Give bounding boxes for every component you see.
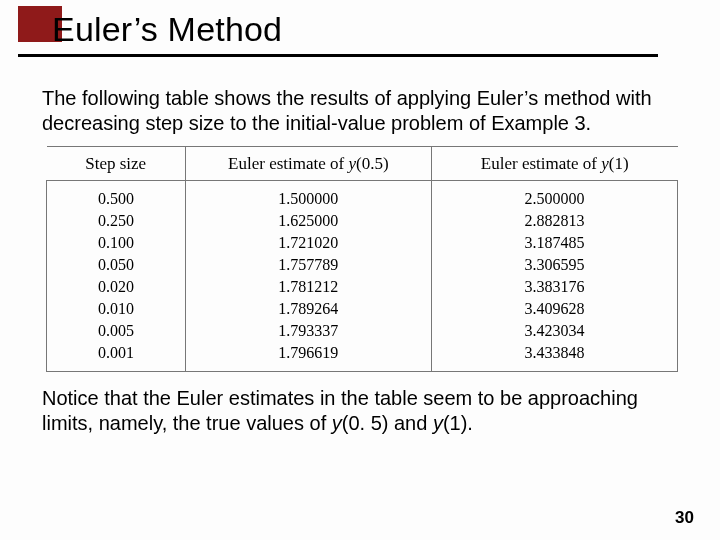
page-number: 30	[675, 508, 694, 528]
outro-text: (0. 5) and	[342, 412, 433, 434]
table-row: 0.1001.7210203.187485	[47, 232, 678, 254]
table-header-row: Step size Euler estimate of y(0.5) Euler…	[47, 147, 678, 181]
header-var: y	[348, 154, 356, 173]
table-cell: 3.383176	[431, 276, 677, 298]
header-prefix: Euler estimate of	[228, 154, 348, 173]
table-row: 0.0501.7577893.306595	[47, 254, 678, 276]
table-cell: 1.793337	[185, 320, 431, 342]
table-cell: 0.250	[47, 210, 186, 232]
table-cell: 1.781212	[185, 276, 431, 298]
table-cell: 2.500000	[431, 181, 677, 211]
table-cell: 0.001	[47, 342, 186, 372]
header-arg: (0.5)	[356, 154, 389, 173]
body: The following table shows the results of…	[0, 70, 720, 436]
table-cell: 1.721020	[185, 232, 431, 254]
header-var: y	[601, 154, 609, 173]
title-block: Euler’s Method	[0, 0, 720, 70]
header-step-size: Step size	[47, 147, 186, 181]
header-arg: (1)	[609, 154, 629, 173]
table-cell: 3.409628	[431, 298, 677, 320]
table-cell: 0.020	[47, 276, 186, 298]
header-estimate-1: Euler estimate of y(1)	[431, 147, 677, 181]
title-underline	[18, 54, 658, 57]
table-cell: 0.100	[47, 232, 186, 254]
table-row: 0.0051.7933373.423034	[47, 320, 678, 342]
results-table: Step size Euler estimate of y(0.5) Euler…	[46, 146, 678, 372]
table-cell: 3.423034	[431, 320, 677, 342]
page-title: Euler’s Method	[52, 10, 282, 49]
table-cell: 3.306595	[431, 254, 677, 276]
table-cell: 1.789264	[185, 298, 431, 320]
table-cell: 3.433848	[431, 342, 677, 372]
header-prefix: Euler estimate of	[481, 154, 601, 173]
slide: Euler’s Method The following table shows…	[0, 0, 720, 540]
header-estimate-05: Euler estimate of y(0.5)	[185, 147, 431, 181]
table-row: 0.5001.5000002.500000	[47, 181, 678, 211]
outro-paragraph: Notice that the Euler estimates in the t…	[42, 386, 686, 436]
table-cell: 0.050	[47, 254, 186, 276]
table-cell: 1.625000	[185, 210, 431, 232]
outro-var: y	[332, 412, 342, 434]
table-cell: 1.500000	[185, 181, 431, 211]
table-cell: 2.882813	[431, 210, 677, 232]
intro-paragraph: The following table shows the results of…	[42, 86, 686, 136]
outro-text: (1).	[443, 412, 473, 434]
outro-var: y	[433, 412, 443, 434]
table-cell: 0.010	[47, 298, 186, 320]
table-body: 0.5001.5000002.5000000.2501.6250002.8828…	[47, 181, 678, 372]
table-row: 0.0201.7812123.383176	[47, 276, 678, 298]
table-row: 0.0101.7892643.409628	[47, 298, 678, 320]
table-row: 0.2501.6250002.882813	[47, 210, 678, 232]
table-cell: 0.500	[47, 181, 186, 211]
table-cell: 1.757789	[185, 254, 431, 276]
table-cell: 1.796619	[185, 342, 431, 372]
table-row: 0.0011.7966193.433848	[47, 342, 678, 372]
table-cell: 3.187485	[431, 232, 677, 254]
table-cell: 0.005	[47, 320, 186, 342]
